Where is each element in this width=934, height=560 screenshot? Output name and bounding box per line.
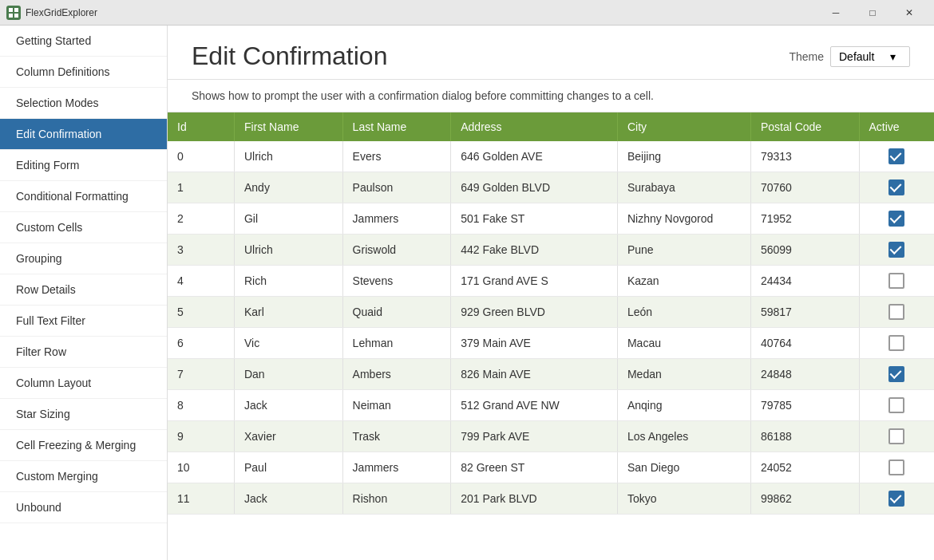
- sidebar-item-custom-merging[interactable]: Custom Merging: [0, 461, 167, 492]
- minimize-button[interactable]: ─: [817, 0, 854, 26]
- sidebar-item-column-layout[interactable]: Column Layout: [0, 368, 167, 399]
- active-checkbox[interactable]: [888, 428, 904, 444]
- sidebar-item-conditional-formatting[interactable]: Conditional Formatting: [0, 181, 167, 212]
- cell-active[interactable]: [859, 483, 934, 515]
- cell-address: 929 Green BLVD: [451, 297, 618, 328]
- cell-city: San Diego: [617, 452, 750, 483]
- table-row[interactable]: 9XavierTrask799 Park AVELos Angeles86188: [168, 421, 934, 452]
- cell-lastname: Lehman: [342, 328, 451, 359]
- active-checkbox[interactable]: [888, 335, 904, 351]
- active-checkbox[interactable]: [888, 304, 904, 320]
- sidebar-item-column-definitions[interactable]: Column Definitions: [0, 57, 167, 88]
- cell-active[interactable]: [859, 203, 934, 235]
- sidebar-item-grouping[interactable]: Grouping: [0, 243, 167, 274]
- active-checkbox[interactable]: [888, 491, 904, 507]
- cell-postal: 99862: [750, 483, 859, 515]
- cell-lastname: Stevens: [342, 266, 451, 297]
- cell-active[interactable]: [859, 390, 934, 421]
- cell-active[interactable]: [859, 452, 934, 483]
- sidebar-item-cell-freezing-merging[interactable]: Cell Freezing & Merging: [0, 430, 167, 461]
- cell-id: 11: [168, 483, 234, 515]
- active-checkbox[interactable]: [888, 148, 904, 164]
- cell-address: 799 Park AVE: [451, 421, 618, 452]
- cell-city: Macau: [617, 328, 750, 359]
- col-header-postal: Postal Code: [750, 112, 859, 141]
- cell-postal: 59817: [750, 297, 859, 328]
- cell-active[interactable]: [859, 359, 934, 390]
- sidebar-item-filter-row[interactable]: Filter Row: [0, 337, 167, 368]
- title-bar: FlexGridExplorer ─ □ ✕: [0, 0, 934, 26]
- sidebar-item-edit-confirmation[interactable]: Edit Confirmation: [0, 119, 167, 150]
- cell-address: 826 Main AVE: [451, 359, 618, 390]
- cell-id: 7: [168, 359, 234, 390]
- cell-id: 1: [168, 172, 234, 203]
- active-checkbox[interactable]: [888, 179, 904, 195]
- table-row[interactable]: 4RichStevens171 Grand AVE SKazan24434: [168, 266, 934, 297]
- table-row[interactable]: 5KarlQuaid929 Green BLVDLeón59817: [168, 297, 934, 328]
- cell-address: 512 Grand AVE NW: [451, 390, 618, 421]
- sidebar-item-getting-started[interactable]: Getting Started: [0, 26, 167, 57]
- active-checkbox[interactable]: [888, 211, 904, 227]
- cell-active[interactable]: [859, 328, 934, 359]
- cell-postal: 40764: [750, 328, 859, 359]
- cell-id: 10: [168, 452, 234, 483]
- table-row[interactable]: 8JackNeiman512 Grand AVE NWAnqing79785: [168, 390, 934, 421]
- cell-id: 6: [168, 328, 234, 359]
- cell-lastname: Evers: [342, 141, 451, 172]
- table-row[interactable]: 0UlrichEvers646 Golden AVEBeijing79313: [168, 141, 934, 172]
- maximize-button[interactable]: □: [854, 0, 891, 26]
- table-row[interactable]: 11JackRishon201 Park BLVDTokyo99862: [168, 483, 934, 515]
- table-row[interactable]: 3UlrichGriswold442 Fake BLVDPune56099: [168, 235, 934, 266]
- sidebar-item-star-sizing[interactable]: Star Sizing: [0, 399, 167, 430]
- cell-active[interactable]: [859, 266, 934, 297]
- table-row[interactable]: 6VicLehman379 Main AVEMacau40764: [168, 328, 934, 359]
- svg-rect-1: [14, 8, 18, 12]
- cell-city: Pune: [617, 235, 750, 266]
- data-grid[interactable]: Id First Name Last Name Address City Pos…: [168, 112, 934, 560]
- cell-postal: 24848: [750, 359, 859, 390]
- chevron-down-icon: ▾: [890, 50, 896, 63]
- header-row: Id First Name Last Name Address City Pos…: [168, 112, 934, 141]
- cell-active[interactable]: [859, 141, 934, 172]
- cell-firstname: Jack: [234, 483, 342, 515]
- sidebar-item-custom-cells[interactable]: Custom Cells: [0, 212, 167, 243]
- cell-lastname: Jammers: [342, 452, 451, 483]
- col-header-lastname: Last Name: [342, 112, 451, 141]
- active-checkbox[interactable]: [888, 366, 904, 382]
- table-row[interactable]: 1AndyPaulson649 Golden BLVDSurabaya70760: [168, 172, 934, 203]
- cell-firstname: Vic: [234, 328, 342, 359]
- sidebar-item-unbound[interactable]: Unbound: [0, 492, 167, 523]
- description-text: Shows how to prompt the user with a conf…: [192, 89, 654, 102]
- cell-lastname: Ambers: [342, 359, 451, 390]
- theme-dropdown[interactable]: Default ▾: [830, 46, 910, 67]
- cell-lastname: Paulson: [342, 172, 451, 203]
- sidebar-item-editing-form[interactable]: Editing Form: [0, 150, 167, 181]
- sidebar-item-selection-modes[interactable]: Selection Modes: [0, 88, 167, 119]
- col-header-firstname: First Name: [234, 112, 342, 141]
- svg-rect-3: [14, 14, 18, 18]
- active-checkbox[interactable]: [888, 273, 904, 289]
- sidebar-item-full-text-filter[interactable]: Full Text Filter: [0, 306, 167, 337]
- cell-postal: 24052: [750, 452, 859, 483]
- close-button[interactable]: ✕: [891, 0, 928, 26]
- cell-active[interactable]: [859, 172, 934, 203]
- active-checkbox[interactable]: [888, 397, 904, 413]
- col-header-city: City: [617, 112, 750, 141]
- page-title: Edit Confirmation: [192, 41, 387, 71]
- cell-active[interactable]: [859, 421, 934, 452]
- table-row[interactable]: 7DanAmbers826 Main AVEMedan24848: [168, 359, 934, 390]
- cell-id: 4: [168, 266, 234, 297]
- cell-address: 646 Golden AVE: [451, 141, 618, 172]
- cell-lastname: Griswold: [342, 235, 451, 266]
- sidebar-item-row-details[interactable]: Row Details: [0, 274, 167, 306]
- active-checkbox[interactable]: [888, 459, 904, 475]
- cell-active[interactable]: [859, 235, 934, 266]
- cell-firstname: Paul: [234, 452, 342, 483]
- cell-firstname: Karl: [234, 297, 342, 328]
- active-checkbox[interactable]: [888, 242, 904, 258]
- cell-city: Beijing: [617, 141, 750, 172]
- table-row[interactable]: 10PaulJammers82 Green STSan Diego24052: [168, 452, 934, 483]
- cell-active[interactable]: [859, 297, 934, 328]
- cell-firstname: Rich: [234, 266, 342, 297]
- table-row[interactable]: 2GilJammers501 Fake STNizhny Novgorod719…: [168, 203, 934, 235]
